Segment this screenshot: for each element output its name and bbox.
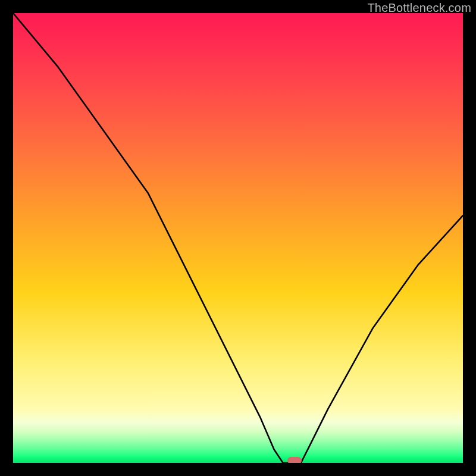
plot-area: [13, 13, 463, 463]
plot-background-gradient: [13, 13, 463, 463]
optimal-marker: [287, 457, 302, 463]
